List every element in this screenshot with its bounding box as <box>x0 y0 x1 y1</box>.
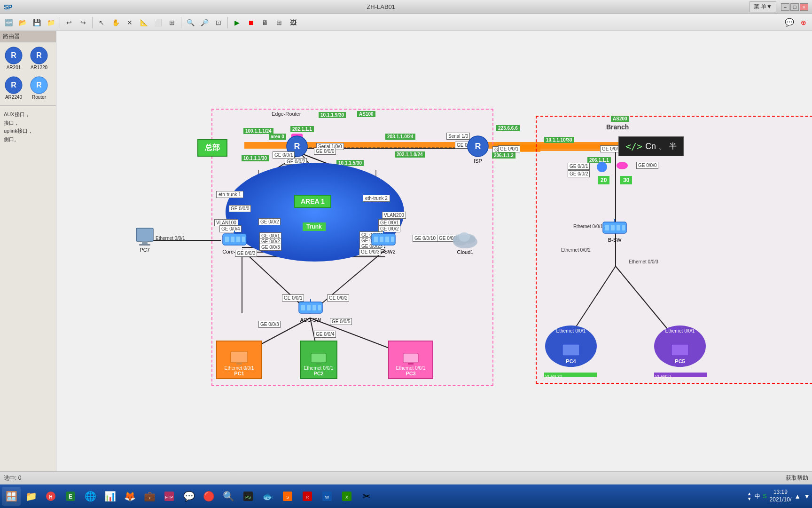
svg-rect-45 <box>231 237 234 242</box>
task-app1[interactable]: H <box>41 487 60 506</box>
export-button[interactable]: ⊞ <box>273 16 286 29</box>
tray-collapse[interactable]: ▼ <box>804 492 810 500</box>
router-icon-ar201: R <box>4 46 23 65</box>
isp-router-device[interactable]: R ISP <box>466 135 490 164</box>
tray-expand[interactable]: ▲ <box>794 492 801 500</box>
undo-button[interactable]: ↩ <box>62 16 76 29</box>
task-app2[interactable]: E <box>61 487 80 506</box>
sidebar: 路由器 R AR201 R AR1220 <box>0 31 56 484</box>
pc3-label: PC3 <box>406 371 415 376</box>
isp-label: ISP <box>474 158 482 164</box>
zoom-in-button[interactable]: 🔍 <box>184 16 197 29</box>
pc3-box[interactable]: Ethernet 0/0/1 PC3 <box>388 341 433 379</box>
sidebar-title: 路由器 <box>0 31 56 42</box>
sidebar-item-ar1220[interactable]: R AR1220 <box>27 44 51 72</box>
save-button[interactable]: 💾 <box>30 16 43 29</box>
task-wechat[interactable]: 💬 <box>180 487 198 506</box>
svg-text:R: R <box>36 51 42 59</box>
ge-002-csw1: GE 0/0/2 <box>258 218 281 225</box>
task-app11[interactable]: X <box>337 487 356 506</box>
canvas[interactable]: AS100 AS200 总部 Branch Edge-Router 100.1.… <box>56 31 812 484</box>
branch-label: Branch <box>606 123 629 131</box>
sidebar-item-router[interactable]: R Router <box>27 74 51 102</box>
pc4-box[interactable]: Ethernet 0/0/1 PC4 <box>545 325 597 367</box>
ar2240-label: AR2240 <box>5 95 22 100</box>
task-firefox[interactable]: 🦊 <box>120 487 139 506</box>
pc5-label: PC5 <box>675 358 685 364</box>
task-folder[interactable]: 📁 <box>22 487 40 506</box>
ar201-label: AR201 <box>7 65 21 70</box>
select-button[interactable]: ↖ <box>95 16 108 29</box>
ge-002-accsw: GE 0/0/2 <box>327 294 349 302</box>
sidebar-item-ar201[interactable]: R AR201 <box>2 44 25 72</box>
pc1-box[interactable]: Ethernet 0/0/1 PC1 <box>216 341 262 379</box>
eth-002-bsw: Ethernet 0/0/2 <box>561 247 591 253</box>
tray-arrows[interactable]: ▲ ▼ <box>747 491 752 501</box>
task-chrome[interactable]: 🌐 <box>81 487 100 506</box>
svg-rect-47 <box>242 237 245 242</box>
open-button[interactable]: 📂 <box>16 16 29 29</box>
task-search[interactable]: 🔍 <box>219 487 238 506</box>
chat-button[interactable]: 💬 <box>783 16 796 29</box>
task-app6[interactable]: PS <box>239 487 258 506</box>
cloud1-device[interactable]: Cloud1 <box>451 229 479 255</box>
svg-text:R: R <box>475 142 481 151</box>
eth-trunk2-label: eth-trunk 2 <box>363 195 390 202</box>
pc1-icon <box>230 350 249 365</box>
grid-button[interactable]: ⊞ <box>165 16 179 29</box>
ge-000-csw1: GE 0/0/0 <box>229 205 251 212</box>
console-button[interactable]: 🖥 <box>258 16 272 29</box>
acc-sw-label: ACC-SW <box>300 317 321 323</box>
task-app5[interactable]: 🔴 <box>199 487 218 506</box>
ge-003-inner: GE 0/0/3 <box>259 244 281 251</box>
task-app9[interactable]: R <box>298 487 317 506</box>
pc5-box[interactable]: Ethernet 0/0/1 PC5 <box>654 325 706 367</box>
import-button[interactable]: 📁 <box>44 16 57 29</box>
huawei-button[interactable]: ⊕ <box>797 16 810 29</box>
svg-rect-61 <box>139 244 150 246</box>
svg-text:W: W <box>325 495 329 500</box>
snapshot-button[interactable]: 🖼 <box>287 16 300 29</box>
task-app4[interactable]: 💼 <box>140 487 159 506</box>
eth-trunk1-label: eth-trunk 1 <box>216 191 243 198</box>
zoom-out-button[interactable]: 🔎 <box>198 16 211 29</box>
info-line-4: 侧口。 <box>4 135 52 144</box>
svg-rect-50 <box>374 237 378 242</box>
task-app8[interactable]: S <box>278 487 297 506</box>
b-sw-label: B-SW <box>608 237 622 243</box>
acc-sw-device[interactable]: ACC-SW <box>298 299 323 323</box>
ip-223: 223.6.6.6 <box>496 125 520 131</box>
fit-button[interactable]: ⊡ <box>212 16 225 29</box>
cloud1-icon <box>451 229 479 249</box>
new-button[interactable]: 🆕 <box>2 16 15 29</box>
cn-symbol: Cn <box>645 142 656 151</box>
b-sw-device[interactable]: B-SW <box>602 219 627 243</box>
vlan200-label: VLAN200 <box>382 212 406 219</box>
pc7-device[interactable]: PC7 <box>134 226 155 253</box>
rect-button[interactable]: ⬜ <box>151 16 164 29</box>
redo-button[interactable]: ↪ <box>77 16 90 29</box>
vlan20-bar: VLAN 20 <box>544 373 597 377</box>
hand-button[interactable]: ✋ <box>109 16 122 29</box>
svg-point-58 <box>459 232 470 242</box>
task-ftp[interactable]: FTP <box>160 487 179 506</box>
sidebar-item-ar2240[interactable]: R AR2240 <box>2 74 25 102</box>
frame-button[interactable]: 📐 <box>137 16 150 29</box>
pc2-box[interactable]: Ethernet 0/0/1 PC2 <box>300 341 337 379</box>
close-button[interactable]: × <box>800 3 808 11</box>
task-app3[interactable]: 📊 <box>101 487 119 506</box>
maximize-button[interactable]: □ <box>790 3 799 11</box>
task-cut[interactable]: ✂ <box>357 487 376 506</box>
svg-text:H: H <box>49 494 52 500</box>
task-app10[interactable]: W <box>318 487 336 506</box>
task-app7[interactable]: 🐟 <box>258 487 277 506</box>
stop-button[interactable]: ⏹ <box>244 16 258 29</box>
help-text: 获取帮助 <box>786 474 808 482</box>
delete-button[interactable]: ✕ <box>123 16 136 29</box>
minimize-button[interactable]: − <box>781 3 789 11</box>
play-button[interactable]: ▶ <box>230 16 243 29</box>
status-bar: 选中: 0 获取帮助 <box>0 471 812 484</box>
start-button[interactable]: 🪟 <box>2 487 21 506</box>
half-symbol: 半 <box>669 142 677 151</box>
menu-button[interactable]: 菜 单▼ <box>750 1 776 12</box>
